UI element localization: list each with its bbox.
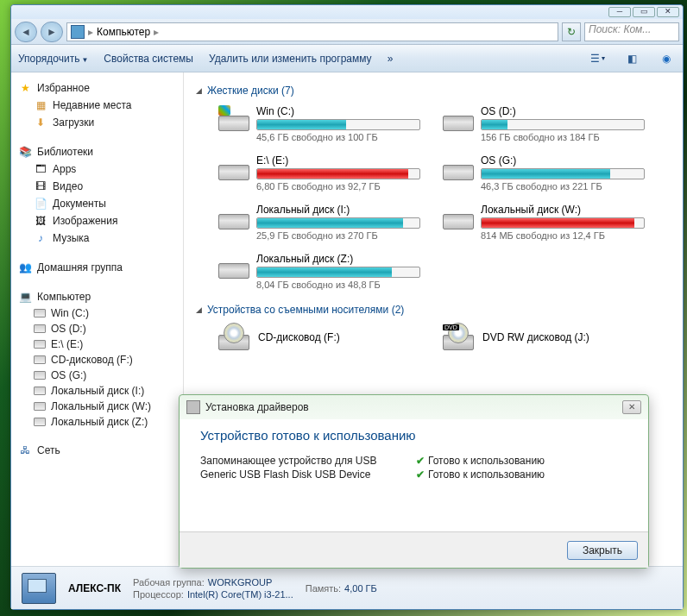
capacity-bar	[481, 168, 645, 179]
sidebar-lib-apps[interactable]: 🗔Apps	[15, 160, 180, 178]
sidebar-drive-w[interactable]: Локальный диск (W:)	[15, 399, 180, 414]
capacity-bar	[481, 119, 645, 130]
device-name: Запоминающее устройство для USB	[200, 455, 416, 467]
minimize-button[interactable]: ─	[608, 7, 631, 17]
search-input[interactable]: Поиск: Ком...	[584, 22, 679, 41]
network-icon: 🖧	[18, 443, 32, 457]
memory-value: 4,00 ГБ	[344, 583, 377, 594]
help-icon[interactable]: ◉	[657, 51, 676, 66]
drive-name: Локальный диск (W:)	[481, 204, 650, 216]
close-button[interactable]: ✕	[657, 7, 679, 17]
popup-close-button[interactable]: ✕	[622, 400, 641, 414]
sidebar-drive-f[interactable]: CD-дисковод (F:)	[15, 352, 180, 368]
sidebar-downloads[interactable]: ⬇Загрузки	[15, 114, 180, 131]
organize-menu[interactable]: Упорядочить▼	[18, 53, 88, 65]
pictures-icon: 🖼	[34, 214, 47, 228]
dvd-drive-icon: DVD	[443, 324, 474, 350]
sidebar-drive-i[interactable]: Локальный диск (I:)	[15, 383, 180, 399]
collapse-icon: ◢	[196, 305, 202, 314]
drive-item[interactable]: Локальный диск (Z:) 8,04 ГБ свободно из …	[218, 253, 425, 290]
drive-item[interactable]: OS (D:) 156 ГБ свободно из 184 ГБ	[443, 105, 650, 142]
drive-item[interactable]: Локальный диск (I:) 25,9 ГБ свободно из …	[218, 204, 425, 241]
capacity-bar	[481, 217, 645, 229]
cpu-label: Процессор:	[133, 589, 184, 600]
sidebar-lib-pictures[interactable]: 🖼Изображения	[15, 212, 180, 229]
address-bar[interactable]: ▸ Компьютер ▸	[66, 22, 558, 41]
video-icon: 🎞	[34, 179, 47, 193]
removable-item[interactable]: CD-дисковод (F:)	[218, 324, 425, 350]
more-commands[interactable]: »	[388, 53, 394, 65]
command-bar: Упорядочить▼ Свойства системы Удалить ил…	[11, 45, 683, 72]
network-header[interactable]: 🖧Сеть	[15, 442, 180, 459]
driver-status-row: Запоминающее устройство для USB✔Готово к…	[200, 455, 627, 467]
driver-icon	[186, 400, 200, 414]
system-properties[interactable]: Свойства системы	[104, 53, 193, 65]
removable-section-header[interactable]: ◢Устройства со съемными носителями (2)	[196, 304, 671, 316]
details-pane: АЛЕКС-ПК Рабочая группа: WORKGROUP Проце…	[11, 566, 683, 609]
drive-name: OS (D:)	[481, 105, 650, 117]
breadcrumb-sep: ▸	[88, 26, 93, 38]
popup-title-text: Установка драйверов	[205, 401, 617, 413]
drive-icon	[34, 309, 46, 317]
computer-icon: 💻	[18, 290, 32, 304]
drive-icon	[34, 371, 46, 380]
sidebar-drive-d[interactable]: OS (D:)	[15, 321, 180, 336]
music-icon: ♪	[34, 231, 47, 245]
homegroup-header[interactable]: 👥Домашняя группа	[15, 259, 180, 276]
sidebar-lib-music[interactable]: ♪Музыка	[15, 229, 180, 247]
breadcrumb-sep-2: ▸	[154, 26, 159, 38]
drive-icon	[34, 402, 46, 411]
preview-pane-icon[interactable]: ◧	[622, 51, 641, 66]
check-icon: ✔	[416, 468, 425, 481]
popup-close-action-button[interactable]: Закрыть	[567, 541, 638, 560]
back-button[interactable]: ◄	[15, 22, 37, 42]
workgroup-value: WORKGROUP	[208, 577, 273, 588]
driver-install-popup: Установка драйверов ✕ Устройство готово …	[179, 394, 649, 569]
drive-free-text: 8,04 ГБ свободно из 48,8 ГБ	[256, 280, 425, 290]
favorites-header[interactable]: ★Избранное	[15, 79, 180, 97]
capacity-bar	[256, 217, 420, 229]
computer-name: АЛЕКС-ПК	[68, 582, 121, 594]
hdd-icon	[218, 105, 249, 131]
forward-button[interactable]: ►	[41, 22, 63, 42]
sidebar-recent-places[interactable]: ▦Недавние места	[15, 97, 180, 114]
device-status: Готово к использованию	[428, 468, 545, 481]
sidebar-drive-g[interactable]: OS (G:)	[15, 368, 180, 383]
apps-icon: 🗔	[34, 162, 47, 176]
drive-name: Локальный диск (I:)	[256, 204, 425, 216]
drive-icon	[34, 418, 46, 426]
capacity-bar	[256, 119, 420, 130]
drive-free-text: 6,80 ГБ свободно из 92,7 ГБ	[256, 181, 425, 192]
sidebar-lib-documents[interactable]: 📄Документы	[15, 195, 180, 212]
drive-item[interactable]: Локальный диск (W:) 814 МБ свободно из 1…	[443, 204, 650, 241]
hdd-icon	[443, 105, 474, 131]
capacity-bar	[256, 267, 420, 278]
libraries-header[interactable]: 📚Библиотеки	[15, 143, 180, 160]
cpu-value: Intel(R) Core(TM) i3-21...	[187, 589, 293, 600]
workgroup-label: Рабочая группа:	[133, 577, 205, 588]
hdd-section-header[interactable]: ◢Жесткие диски (7)	[196, 85, 671, 97]
drive-free-text: 156 ГБ свободно из 184 ГБ	[481, 132, 650, 142]
drive-name: OS (G:)	[481, 154, 650, 167]
view-options-icon[interactable]: ☰▾	[588, 51, 607, 66]
popup-heading: Устройство готово к использованию	[200, 428, 627, 443]
drive-item[interactable]: E:\ (E:) 6,80 ГБ свободно из 92,7 ГБ	[218, 154, 425, 192]
popup-titlebar: Установка драйверов ✕	[180, 395, 648, 419]
maximize-button[interactable]: ▭	[633, 7, 655, 17]
drive-item[interactable]: OS (G:) 46,3 ГБ свободно из 221 ГБ	[443, 154, 650, 192]
uninstall-program[interactable]: Удалить или изменить программу	[209, 53, 372, 65]
check-icon: ✔	[416, 455, 425, 467]
breadcrumb-location[interactable]: Компьютер	[97, 26, 150, 38]
refresh-button[interactable]: ↻	[562, 22, 581, 41]
sidebar-drive-c[interactable]: Win (C:)	[15, 305, 180, 321]
drive-item[interactable]: Win (C:) 45,6 ГБ свободно из 100 ГБ	[218, 105, 425, 142]
sidebar-drive-z[interactable]: Локальный диск (Z:)	[15, 414, 180, 430]
removable-item[interactable]: DVDDVD RW дисковод (J:)	[443, 324, 650, 350]
driver-status-row: Generic USB Flash Disk USB Device✔Готово…	[200, 468, 627, 481]
sidebar-drive-e[interactable]: E:\ (E:)	[15, 336, 180, 352]
drive-free-text: 45,6 ГБ свободно из 100 ГБ	[256, 132, 425, 142]
drive-free-text: 814 МБ свободно из 12,4 ГБ	[481, 230, 650, 241]
computer-header[interactable]: 💻Компьютер	[15, 288, 180, 305]
navigation-pane: ★Избранное ▦Недавние места ⬇Загрузки 📚Би…	[11, 72, 184, 566]
sidebar-lib-video[interactable]: 🎞Видео	[15, 178, 180, 195]
